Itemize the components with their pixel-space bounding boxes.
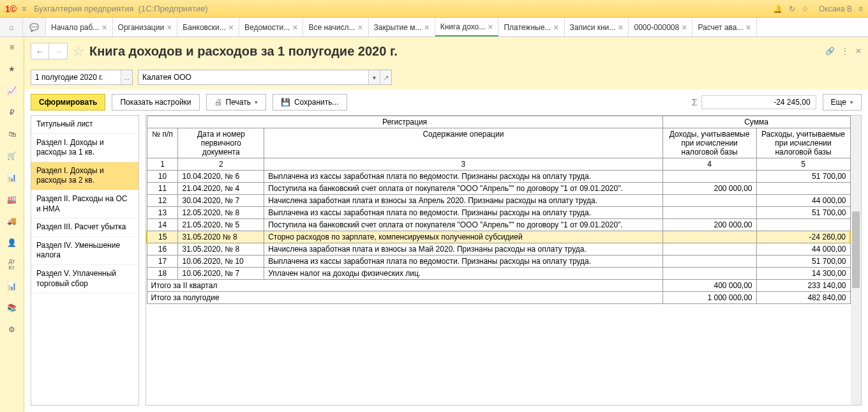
cell-num: 18 [147, 268, 178, 280]
cell-doc: 10.04.2020, № 6 [178, 171, 264, 183]
section-item[interactable]: Титульный лист [31, 116, 138, 134]
tab-2[interactable]: Банковски...× [177, 18, 239, 36]
tab-9[interactable]: 0000-000008× [629, 18, 692, 36]
tab-label: Закрытие м... [374, 23, 422, 32]
printer-icon: 🖨 [214, 98, 222, 107]
gear-icon[interactable]: ⚙ [6, 323, 19, 336]
cell-desc: Сторно расходов по зарплате, компенсируе… [264, 231, 662, 243]
tab-close-icon[interactable]: × [167, 22, 172, 33]
tab-3[interactable]: Ведомости...× [239, 18, 303, 36]
colnum: 5 [756, 158, 850, 171]
table-row[interactable]: 1631.05.2020, № 8Начислена заработная пл… [147, 243, 850, 256]
table-row[interactable]: 1421.05.2020, № 5Поступила на банковский… [147, 219, 850, 231]
user-label[interactable]: Оксана В [819, 4, 852, 13]
menu-icon[interactable]: ≡ [6, 41, 19, 54]
table-row[interactable]: 1531.05.2020 № 8Сторно расходов по зарпл… [147, 231, 850, 243]
table-row[interactable]: 1710.06.2020, № 10Выплачена из кассы зар… [147, 256, 850, 268]
nav-arrows: ← → [31, 43, 68, 59]
tab-close-icon[interactable]: × [228, 22, 234, 33]
cell-doc: 12.05.2020, № 8 [178, 207, 264, 219]
tab-4[interactable]: Все начисл...× [303, 18, 368, 36]
warehouse-icon[interactable]: 📊 [6, 171, 19, 184]
colnum: 4 [662, 158, 756, 171]
cell-expense: 51 700,00 [756, 256, 850, 268]
titlebar: 1© ≡ Бухгалтерия предприятия (1С:Предпри… [0, 0, 868, 18]
table-row[interactable]: 1312.05.2020, № 8Выплачена из кассы зара… [147, 207, 850, 219]
save-button[interactable]: 💾 Сохранить... [273, 94, 347, 111]
period-input[interactable] [31, 70, 121, 84]
bag-icon[interactable]: 🛍 [6, 128, 19, 141]
tab-close-icon[interactable]: × [488, 22, 493, 32]
report-grid: Регистрация Сумма № п/п Дата и номер пер… [146, 116, 851, 304]
truck-icon[interactable]: 🚚 [6, 215, 19, 227]
show-settings-button[interactable]: Показать настройки [112, 94, 199, 111]
person-icon[interactable]: 👤 [6, 236, 19, 249]
org-open[interactable]: ↗ [380, 70, 391, 84]
tab-0[interactable]: Начало раб...× [46, 18, 113, 36]
bars-icon[interactable]: 📊 [6, 280, 19, 293]
factory-icon[interactable]: 🏭 [6, 193, 19, 206]
chart-icon[interactable]: 📈 [6, 84, 19, 97]
col-expense: Расходы, учитываемые при исчислении нало… [756, 128, 850, 158]
cart-icon[interactable]: 🛒 [6, 149, 19, 162]
section-item[interactable]: Раздел II. Расходы на ОС и НМА [31, 190, 138, 218]
star-icon[interactable]: ☆ [802, 4, 809, 13]
history-icon[interactable]: ↻ [789, 4, 795, 13]
tab-close-icon[interactable]: × [101, 22, 107, 33]
tab-1[interactable]: Организации× [113, 18, 178, 36]
tab-close-icon[interactable]: × [292, 22, 297, 33]
tab-close-icon[interactable]: × [424, 22, 430, 33]
col-income: Доходы, учитываемые при исчислении налог… [662, 128, 756, 158]
more-button[interactable]: Еще ▾ [823, 94, 862, 111]
link-icon[interactable]: 🔗 [825, 47, 835, 56]
tab-label: Записи кни... [570, 23, 616, 32]
tab-close-icon[interactable]: × [682, 22, 687, 33]
sections-list: Титульный листРаздел I. Доходы и расходы… [31, 115, 139, 406]
forward-button[interactable]: → [49, 43, 67, 59]
header-registration: Регистрация [147, 116, 662, 128]
ruble-icon[interactable]: ₽ [6, 106, 19, 119]
period-ellipsis[interactable]: ... [121, 70, 132, 84]
section-item[interactable]: Раздел IV. Уменьшение налога [31, 237, 138, 265]
section-item[interactable]: Раздел I. Доходы и расходы за 1 кв. [31, 134, 138, 162]
cell-desc: Уплачен налог на доходы физических лиц. [264, 268, 662, 280]
table-row[interactable]: 1121.04.2020, № 4Поступила на банковский… [147, 183, 850, 195]
total-income: 400 000,00 [662, 280, 756, 292]
hamburger-icon[interactable]: ≡ [22, 4, 26, 13]
section-item[interactable]: Раздел I. Доходы и расходы за 2 кв. [31, 162, 138, 190]
section-item[interactable]: Раздел V. Уплаченный торговый сбор [31, 265, 138, 293]
form-button[interactable]: Сформировать [31, 94, 105, 111]
print-button[interactable]: 🖨 Печать ▾ [206, 94, 266, 111]
menu-lines-icon[interactable]: ≡ [858, 4, 863, 13]
tab-8[interactable]: Записи кни...× [565, 18, 629, 36]
table-row[interactable]: 1810.06.2020, № 7Уплачен налог на доходы… [147, 268, 850, 280]
bell-icon[interactable]: 🔔 [773, 4, 782, 13]
tab-10[interactable]: Расчет ава...× [692, 18, 756, 36]
tab-7[interactable]: Платежные...× [498, 18, 564, 36]
scrollbar-thumb[interactable] [852, 211, 860, 288]
tab-close-icon[interactable]: × [357, 22, 363, 33]
org-dropdown[interactable]: ▾ [368, 70, 380, 84]
tab-close-icon[interactable]: × [553, 22, 558, 33]
period-field[interactable]: ... [31, 70, 133, 85]
section-item[interactable]: Раздел III. Расчет убытка [31, 218, 138, 237]
more-vert-icon[interactable]: ⋮ [841, 47, 849, 56]
back-button[interactable]: ← [31, 43, 49, 59]
books-icon[interactable]: 📚 [6, 301, 19, 314]
tab-6[interactable]: Книга дохо...× [435, 18, 499, 36]
scrollbar[interactable] [851, 116, 861, 405]
tab-5[interactable]: Закрытие м...× [369, 18, 435, 36]
favorite-icon[interactable]: ☆ [73, 43, 84, 59]
cell-expense [756, 183, 850, 195]
table-row[interactable]: 1010.04.2020, № 6Выплачена из кассы зара… [147, 171, 850, 183]
org-input[interactable] [138, 70, 368, 84]
star-nav-icon[interactable]: ★ [6, 63, 19, 75]
org-field[interactable]: ▾ ↗ [138, 70, 392, 85]
chat-button[interactable]: 💬 [23, 18, 46, 36]
close-page-icon[interactable]: ✕ [855, 47, 862, 56]
tab-close-icon[interactable]: × [618, 22, 623, 33]
dtkt-icon[interactable]: ДтКт [6, 258, 19, 271]
tab-close-icon[interactable]: × [745, 22, 751, 33]
home-button[interactable]: ⌂ [0, 18, 23, 36]
table-row[interactable]: 1230.04.2020, № 7Начислена заработная пл… [147, 195, 850, 207]
